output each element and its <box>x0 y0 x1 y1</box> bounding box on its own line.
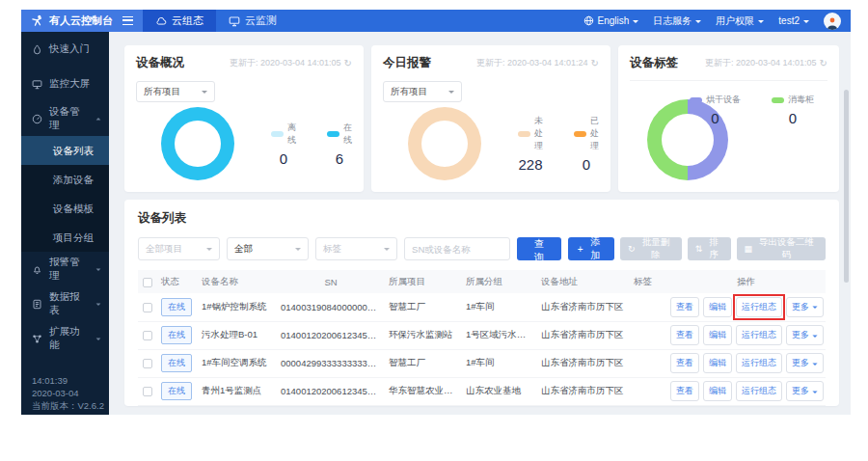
sidebar-item-extensions[interactable]: 扩展功能 <box>21 321 109 356</box>
card-title: 设备标签 <box>630 55 678 71</box>
more-button[interactable]: 更多 <box>786 381 824 401</box>
row-checkbox[interactable] <box>143 387 152 396</box>
scrollbar[interactable] <box>844 90 849 283</box>
status-badge: 在线 <box>161 354 192 372</box>
select-value: 全部 <box>234 243 253 256</box>
chevron-down-icon <box>812 335 817 339</box>
edit-button[interactable]: 编辑 <box>703 297 732 317</box>
monitor-icon <box>229 15 240 27</box>
navbar-right: English 日志服务 用户权限 test2 <box>583 10 852 32</box>
sort-button[interactable]: ⇅排序 <box>688 237 731 260</box>
sidebar-item-device-template[interactable]: 设备模板 <box>21 194 109 223</box>
globe-icon <box>583 15 594 26</box>
legend-online: 在线 6 <box>327 122 352 167</box>
row-checkbox[interactable] <box>143 303 152 312</box>
more-button[interactable]: 更多 <box>786 297 824 317</box>
refresh-icon[interactable]: ↻ <box>820 58 827 68</box>
legend-value: 6 <box>327 150 352 167</box>
avatar[interactable] <box>824 13 841 30</box>
legend-label: 未处理 <box>534 115 543 152</box>
device-group: 1#车间 <box>462 349 537 377</box>
refresh-icon[interactable]: ↻ <box>344 58 352 68</box>
refresh-icon[interactable]: ↻ <box>591 58 599 68</box>
sidebar-item-data-report[interactable]: 数据报表 <box>21 286 109 321</box>
app-title: 有人云控制台 <box>49 14 113 28</box>
card-today-alarms: 今日报警 更新于: 2020-03-04 14:01:24 ↻ 所有项目 未处理 <box>371 45 610 192</box>
run-scada-button[interactable]: 运行组态 <box>736 297 782 317</box>
section-title: 设备列表 <box>138 210 826 227</box>
device-group: 1#车间 <box>462 293 537 321</box>
chevron-down-icon <box>206 248 212 254</box>
chevron-down-icon <box>758 20 764 26</box>
bell-icon <box>32 264 42 275</box>
legend-swatch <box>271 131 284 137</box>
view-button[interactable]: 查看 <box>670 353 699 373</box>
run-scada-button[interactable]: 运行组态 <box>736 353 782 373</box>
report-icon <box>32 299 42 310</box>
select-all-checkbox[interactable] <box>143 278 152 287</box>
tab-cloud-monitor[interactable]: 云监测 <box>216 10 289 32</box>
chevron-down-icon <box>96 269 101 274</box>
sidebar-item-big-screen[interactable]: 监控大屏 <box>21 67 109 101</box>
sidebar-item-project-group[interactable]: 项目分组 <box>21 223 109 252</box>
clock-date: 2020-03-04 <box>32 387 104 399</box>
legend-swatch <box>518 131 530 137</box>
sidebar: 快速入门 监控大屏 设备管理 设备列表 添加设备 设备模板 项目分组 报警管理 … <box>21 32 109 415</box>
device-project: 智慧工厂 <box>385 349 462 377</box>
row-checkbox[interactable] <box>143 359 152 368</box>
view-button[interactable]: 查看 <box>670 381 699 401</box>
cloud-icon <box>155 15 167 27</box>
run-scada-button[interactable]: 运行组态 <box>736 381 782 401</box>
card-updated: 更新于: 2020-03-04 14:01:05 ↻ <box>705 57 827 69</box>
language-menu[interactable]: English <box>583 15 639 26</box>
chevron-down-icon <box>384 248 390 254</box>
tab-cloud-scada[interactable]: 云组态 <box>143 10 216 32</box>
more-button[interactable]: 更多 <box>786 353 824 373</box>
legend-processed: 已处理 0 <box>574 115 599 173</box>
view-button[interactable]: 查看 <box>670 297 699 317</box>
project-filter-select[interactable]: 所有项目 <box>136 81 215 102</box>
row-checkbox[interactable] <box>143 331 152 340</box>
run-scada-button[interactable]: 运行组态 <box>736 325 782 345</box>
sidebar-item-quick-start[interactable]: 快速入门 <box>21 32 109 67</box>
account-menu[interactable]: test2 <box>778 15 809 26</box>
view-button[interactable]: 查看 <box>670 325 699 345</box>
sidebar-item-device-mgmt[interactable]: 设备管理 <box>21 101 109 136</box>
gauge-icon <box>32 114 42 124</box>
search-input[interactable] <box>404 237 510 260</box>
updated-text: 更新于: 2020-03-04 14:01:05 <box>230 57 341 69</box>
menu-toggle-icon[interactable] <box>122 16 133 25</box>
sidebar-item-add-device[interactable]: 添加设备 <box>21 165 109 194</box>
device-group: 1号区域污水处理 <box>462 321 537 349</box>
card-device-tags: 设备标签 更新于: 2020-03-04 14:01:05 ↻ 烘干设备 0 <box>618 45 839 192</box>
sidebar-item-alarm-mgmt[interactable]: 报警管理 <box>21 252 109 286</box>
add-device-button[interactable]: +添加 <box>568 237 614 260</box>
project-filter-select[interactable]: 全部项目 <box>138 237 220 260</box>
batch-delete-button[interactable]: ↻批量删除 <box>620 237 682 260</box>
scope-filter-select[interactable]: 全部 <box>227 237 309 260</box>
sidebar-item-label: 监控大屏 <box>49 77 90 91</box>
table-row: 在线 污水处理B-01 01400120200612345603 环保污水监测站… <box>138 321 826 349</box>
col-name: 设备名称 <box>198 270 277 293</box>
tag-filter-select[interactable]: 标签 <box>315 237 397 260</box>
log-service-menu[interactable]: 日志服务 <box>653 14 701 28</box>
col-ops: 操作 <box>666 270 826 293</box>
project-filter-select[interactable]: 所有项目 <box>383 81 462 102</box>
chevron-down-icon <box>96 304 101 309</box>
edit-button[interactable]: 编辑 <box>703 325 732 345</box>
plus-icon: + <box>578 244 583 255</box>
export-qr-button[interactable]: ▦导出设备二维码 <box>737 237 826 260</box>
edit-button[interactable]: 编辑 <box>703 381 732 401</box>
alarm-status-donut <box>408 107 481 180</box>
device-sn: 00004299333333333743 <box>277 349 385 377</box>
device-address: 山东省济南市历下区 <box>537 293 630 321</box>
search-button[interactable]: 查询 <box>517 237 561 260</box>
more-button[interactable]: 更多 <box>786 325 824 345</box>
legend-label: 离线 <box>287 122 296 147</box>
button-label: 添加 <box>586 235 605 262</box>
user-permission-menu[interactable]: 用户权限 <box>716 14 764 28</box>
card-updated: 更新于: 2020-03-04 14:01:05 ↻ <box>230 57 352 69</box>
sidebar-item-device-list[interactable]: 设备列表 <box>21 136 109 165</box>
edit-button[interactable]: 编辑 <box>703 353 732 373</box>
device-name: 污水处理B-01 <box>198 321 277 349</box>
